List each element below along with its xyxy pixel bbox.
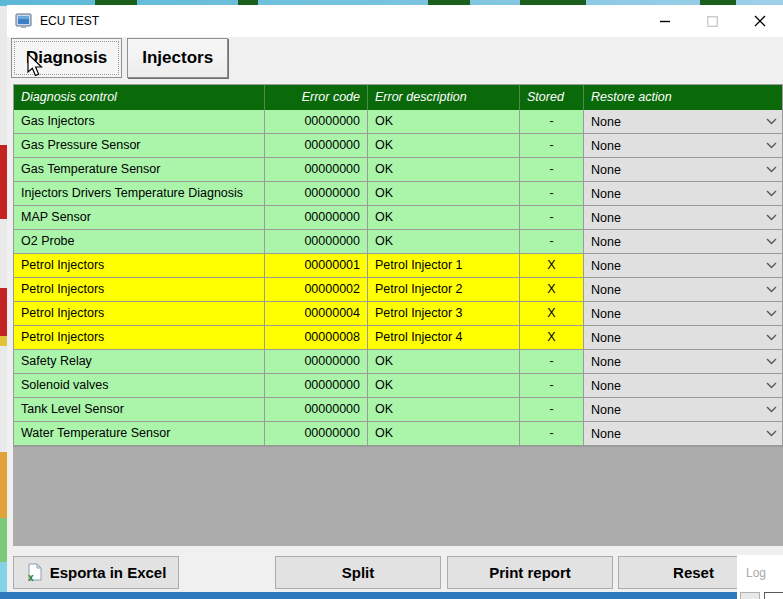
background-strip-segment	[0, 145, 7, 219]
cell-error-code: 00000000	[265, 134, 368, 158]
cell-diagnosis-control: Gas Pressure Sensor	[14, 134, 265, 158]
chevron-down-icon	[760, 374, 782, 397]
cell-error-code: 00000000	[265, 230, 368, 254]
background-window-bottom-edge	[0, 592, 737, 599]
restore-action-dropdown[interactable]: None	[584, 278, 782, 301]
window-title: ECU TEST	[40, 14, 99, 28]
cell-stored: -	[520, 350, 584, 374]
cell-diagnosis-control: O2 Probe	[14, 230, 265, 254]
cell-diagnosis-control: Petrol Injectors	[14, 254, 265, 278]
close-icon	[754, 15, 766, 27]
cell-stored: -	[520, 374, 584, 398]
cell-stored: -	[520, 134, 584, 158]
cell-diagnosis-control: Safety Relay	[14, 350, 265, 374]
cell-error-description: OK	[368, 134, 520, 158]
chevron-down-icon	[760, 422, 782, 445]
cell-error-code: 00000000	[265, 182, 368, 206]
maximize-button	[689, 5, 736, 37]
cell-stored: -	[520, 422, 584, 446]
cell-error-code: 00000008	[265, 326, 368, 350]
minimize-button[interactable]	[642, 5, 689, 37]
export-excel-button[interactable]: x Esporta in Excel	[13, 556, 179, 589]
table-row: Gas Temperature Sensor 00000000 OK - Non…	[14, 158, 782, 182]
cell-error-code: 00000000	[265, 158, 368, 182]
restore-action-value: None	[584, 375, 760, 397]
restore-action-value: None	[584, 231, 760, 253]
background-strip-segment	[0, 336, 7, 346]
restore-action-dropdown[interactable]: None	[584, 230, 782, 253]
restore-action-dropdown[interactable]: None	[584, 110, 782, 133]
chevron-down-icon	[760, 134, 782, 157]
restore-action-dropdown[interactable]: None	[584, 206, 782, 229]
chevron-down-icon	[760, 230, 782, 253]
restore-action-dropdown[interactable]: None	[584, 326, 782, 349]
tab-bar: Diagnosis Injectors	[11, 38, 228, 78]
maximize-icon	[707, 16, 718, 27]
chevron-down-icon	[760, 278, 782, 301]
restore-action-dropdown[interactable]: None	[584, 350, 782, 373]
chevron-down-icon	[760, 254, 782, 277]
table-row: Petrol Injectors 00000008 Petrol Injecto…	[14, 326, 782, 350]
window-controls	[642, 5, 783, 37]
tab-diagnosis[interactable]: Diagnosis	[11, 38, 122, 78]
table-header-row: Diagnosis control Error code Error descr…	[14, 85, 782, 110]
restore-action-dropdown[interactable]: None	[584, 254, 782, 277]
cell-stored: X	[520, 254, 584, 278]
cell-error-code: 00000002	[265, 278, 368, 302]
table-row: Gas Injectors 00000000 OK - None	[14, 110, 782, 134]
restore-action-value: None	[584, 303, 760, 325]
table-row: Water Temperature Sensor 00000000 OK - N…	[14, 422, 782, 446]
chevron-down-icon	[760, 302, 782, 325]
background-strip-segment	[0, 452, 7, 518]
cell-error-description: OK	[368, 158, 520, 182]
tab-injectors-label: Injectors	[142, 48, 213, 68]
chevron-down-icon	[760, 158, 782, 181]
split-button[interactable]: Split	[275, 556, 441, 589]
log-panel-label: Log	[746, 566, 766, 580]
header-diagnosis-control: Diagnosis control	[14, 85, 265, 110]
cell-diagnosis-control: Gas Injectors	[14, 110, 265, 134]
cell-error-code: 00000000	[265, 206, 368, 230]
restore-action-dropdown[interactable]: None	[584, 422, 782, 445]
background-strip-segment	[0, 288, 7, 336]
cell-error-code: 00000000	[265, 422, 368, 446]
restore-action-dropdown[interactable]: None	[584, 134, 782, 157]
svg-text:x: x	[28, 572, 34, 582]
table-row: Petrol Injectors 00000002 Petrol Injecto…	[14, 278, 782, 302]
cell-stored: -	[520, 110, 584, 134]
restore-action-value: None	[584, 159, 760, 181]
cell-stored: -	[520, 206, 584, 230]
restore-action-dropdown[interactable]: None	[584, 182, 782, 205]
print-report-button[interactable]: Print report	[447, 556, 613, 589]
close-button[interactable]	[736, 5, 783, 37]
chevron-down-icon	[760, 182, 782, 205]
log-panel-button-fragment	[740, 592, 760, 599]
cell-stored: -	[520, 158, 584, 182]
restore-action-value: None	[584, 279, 760, 301]
cell-error-description: OK	[368, 206, 520, 230]
restore-action-dropdown[interactable]: None	[584, 302, 782, 325]
tab-injectors[interactable]: Injectors	[127, 38, 228, 78]
table-row: Safety Relay 00000000 OK - None	[14, 350, 782, 374]
title-bar: ECU TEST	[7, 5, 783, 37]
background-window-left-edge	[0, 6, 7, 599]
cell-restore-action: None	[584, 278, 782, 302]
restore-action-dropdown[interactable]: None	[584, 398, 782, 421]
cell-stored: -	[520, 230, 584, 254]
restore-action-dropdown[interactable]: None	[584, 374, 782, 397]
restore-action-dropdown[interactable]: None	[584, 158, 782, 181]
cell-error-code: 00000000	[265, 110, 368, 134]
restore-action-value: None	[584, 351, 760, 373]
log-panel-field-fragment	[764, 592, 783, 599]
cell-error-code: 00000004	[265, 302, 368, 326]
header-error-code: Error code	[265, 85, 368, 110]
header-restore-action: Restore action	[584, 85, 782, 110]
cell-error-code: 00000001	[265, 254, 368, 278]
cell-error-code: 00000000	[265, 398, 368, 422]
restore-action-value: None	[584, 183, 760, 205]
export-excel-label: Esporta in Excel	[50, 564, 167, 581]
restore-action-value: None	[584, 207, 760, 229]
cell-diagnosis-control: Petrol Injectors	[14, 302, 265, 326]
cell-error-description: OK	[368, 182, 520, 206]
cell-restore-action: None	[584, 254, 782, 278]
